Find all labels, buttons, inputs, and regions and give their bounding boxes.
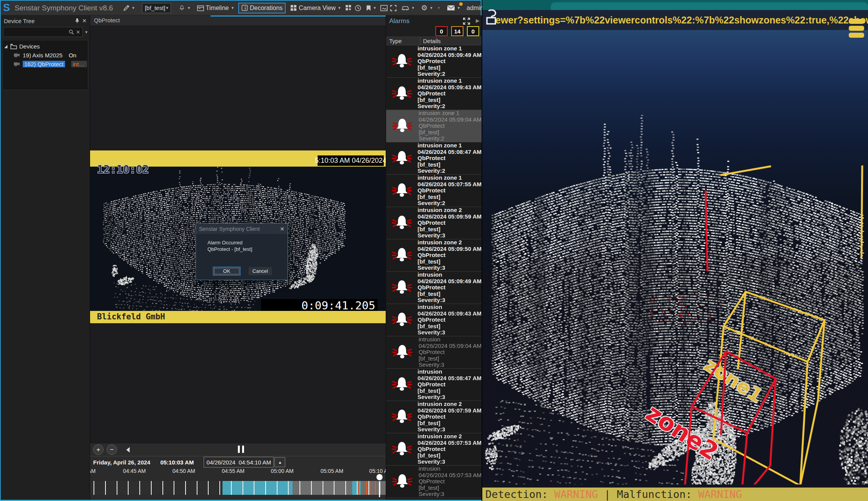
alarm-marker[interactable] — [375, 481, 376, 495]
decorations-icon — [241, 5, 248, 11]
camera-view-button[interactable]: Camera View ▾ — [288, 3, 343, 13]
scrubber-tick — [139, 481, 140, 495]
alarm-marker[interactable] — [358, 481, 359, 495]
scrubber-tick — [162, 481, 163, 495]
column-type[interactable]: Type — [389, 38, 402, 44]
alarm-row[interactable]: intrusion zone 2 04/26/2024 05:09:59 AM … — [386, 207, 482, 239]
alarm-rule: [bf_test] — [418, 65, 482, 71]
osd-timecode: 0:09:41.205 — [261, 299, 378, 312]
alarm-row[interactable]: intrusion 04/26/2024 05:09:04 AM QbProte… — [386, 336, 482, 369]
close-icon[interactable]: ✕ — [82, 18, 87, 24]
alarm-row[interactable]: intrusion zone 1 04/26/2024 05:09:43 AM … — [386, 78, 482, 110]
alarm-time: 04/26/2024 05:09:43 AM — [418, 84, 482, 90]
timeline-scrubber[interactable] — [90, 479, 386, 495]
alarm-row[interactable]: intrusion zone 1 04/26/2024 05:08:47 AM … — [386, 142, 482, 175]
alarm-row[interactable]: intrusion zone 1 04/26/2024 05:07:55 AM … — [386, 175, 482, 207]
cancel-button[interactable]: Cancel — [248, 267, 272, 276]
osd-clock: 12:10:02 — [97, 163, 149, 176]
timeline-tick-label: 05:00 AM — [271, 468, 294, 474]
video-panel: QbProtect 5:10:03 AM 04/26/2024 12:10:02… — [90, 15, 386, 500]
browser-tab[interactable] — [551, 2, 868, 10]
alarm-count-badge[interactable]: 0 — [435, 26, 448, 36]
timeline-button[interactable]: Timeline ▾ — [195, 3, 236, 13]
alarm-device: QbProtect — [418, 220, 482, 226]
clock-icon[interactable] — [355, 5, 361, 12]
timeline-tick-label: 04:50 AM — [172, 468, 195, 474]
zoom-out-button[interactable]: − — [107, 444, 117, 455]
tree-root-row[interactable]: Devices — [3, 42, 87, 51]
ok-button[interactable]: OK — [213, 267, 241, 276]
profile-dropdown[interactable]: [bf_test] ▾ — [142, 3, 171, 13]
clear-search-icon[interactable]: ✕ — [76, 29, 80, 35]
close-icon[interactable]: ✕ — [280, 226, 284, 232]
expand-panel-icon[interactable] — [462, 17, 471, 25]
video-tab-label[interactable]: QbProtect — [94, 17, 120, 23]
alarm-row[interactable]: intrusion zone 2 04/26/2024 05:07:53 AM … — [386, 433, 482, 466]
fullscreen-icon[interactable] — [390, 5, 397, 12]
skip-back-icon[interactable]: 5 — [125, 446, 132, 453]
device-label[interactable]: 19) Axis M2025 — [23, 52, 62, 58]
notifications-button[interactable]: ▾ — [176, 3, 192, 12]
camera-view-button-label: Camera View — [299, 5, 336, 12]
pen-icon — [123, 5, 130, 11]
alarm-severity: Severity:3 — [418, 265, 482, 271]
column-details[interactable]: Details — [423, 38, 441, 44]
alarm-severity: Severity:3 — [419, 491, 482, 497]
alarm-count-badge[interactable]: 14 — [451, 26, 463, 36]
alarm-rule: [bf_test] — [418, 97, 482, 103]
alarm-row[interactable]: intrusion 04/26/2024 05:09:43 AM QbProte… — [386, 304, 482, 336]
alarm-row[interactable]: intrusion 04/26/2024 05:08:47 AM QbProte… — [386, 369, 482, 401]
alarm-bell-icon — [386, 369, 418, 401]
scrubber-tick — [254, 481, 254, 495]
alarm-severity: Severity:3 — [418, 232, 482, 239]
device-search-input[interactable]: ✕ — [3, 27, 83, 37]
malfunction-label: Malfunction: — [617, 488, 698, 500]
zoom-in-button[interactable]: + — [93, 444, 104, 455]
tree-device-row[interactable]: 162) QbProtectintrusion z... — [3, 60, 87, 68]
grid-icon — [290, 5, 297, 11]
alarm-dialog-titlebar[interactable]: Senstar Symphony Client ✕ — [196, 224, 288, 234]
alarm-marker[interactable] — [366, 481, 367, 495]
bookmark-button[interactable]: ▾ — [364, 4, 378, 12]
notification-dot — [459, 2, 463, 6]
alarm-row[interactable]: intrusion 04/26/2024 05:07:53 AM QbProte… — [386, 466, 482, 498]
decorations-button[interactable]: Decorations — [238, 3, 286, 13]
scrubber-track[interactable] — [90, 481, 386, 495]
alarm-severity: Severity:2 — [418, 103, 482, 109]
active-tab-indicator — [211, 15, 386, 17]
alarm-row[interactable]: intrusion zone 2 04/26/2024 05:07:59 AM … — [386, 401, 482, 433]
expander-icon[interactable] — [4, 45, 7, 48]
alarm-marker[interactable] — [369, 481, 370, 495]
search-options-icon[interactable]: ▾ — [85, 30, 87, 35]
menu-button[interactable] — [849, 17, 864, 39]
add-view-icon[interactable] — [345, 5, 352, 12]
pause-button[interactable] — [238, 446, 244, 453]
seek-up-button[interactable]: ▲ — [274, 457, 285, 467]
alarm-row[interactable]: intrusion 04/26/2024 05:09:49 AM QbProte… — [386, 272, 482, 304]
messages-button[interactable]: ▾ — [445, 4, 462, 12]
collapse-panel-icon[interactable]: ▶ — [476, 18, 480, 23]
pointcloud-3d-view[interactable]: zone1 zone2 — [482, 30, 868, 484]
device-label[interactable]: 162) QbProtect — [23, 61, 65, 67]
alarm-count-badge[interactable]: 0 — [467, 26, 479, 36]
settings-button[interactable]: ⚙ ▾ — [419, 2, 435, 13]
alarm-rule: [bf_test] — [418, 323, 482, 329]
alarm-time: 04/26/2024 05:08:47 AM — [418, 375, 482, 381]
toolbar-overflow-icon[interactable]: ▾ — [438, 5, 440, 10]
alarm-row[interactable]: intrusion zone 1 04/26/2024 05:09:49 AM … — [386, 45, 482, 78]
alarm-name: intrusion — [419, 336, 482, 342]
seek-time-input[interactable] — [204, 457, 274, 468]
viewer-url-bar[interactable]: ewer?settings=%7b%22viewercontrols%22:%7… — [482, 10, 868, 30]
snapshot-icon[interactable] — [380, 5, 388, 11]
pin-icon[interactable] — [75, 18, 80, 23]
scrubber-tick — [117, 481, 117, 495]
playhead-handle[interactable] — [376, 474, 383, 480]
alarm-row[interactable]: intrusion zone 1 04/26/2024 05:09:04 AM … — [386, 110, 482, 142]
chevron-down-icon: ▾ — [338, 5, 341, 10]
vehicle-tracking-button[interactable]: ▾ — [399, 4, 416, 12]
tree-device-row[interactable]: 19) Axis M2025On — [3, 51, 87, 60]
column-divider — [420, 37, 420, 45]
alarm-row[interactable]: intrusion zone 2 04/26/2024 05:09:50 AM … — [386, 239, 482, 272]
search-icon[interactable] — [69, 29, 74, 35]
edit-profile-button[interactable]: ▾ — [121, 3, 137, 12]
